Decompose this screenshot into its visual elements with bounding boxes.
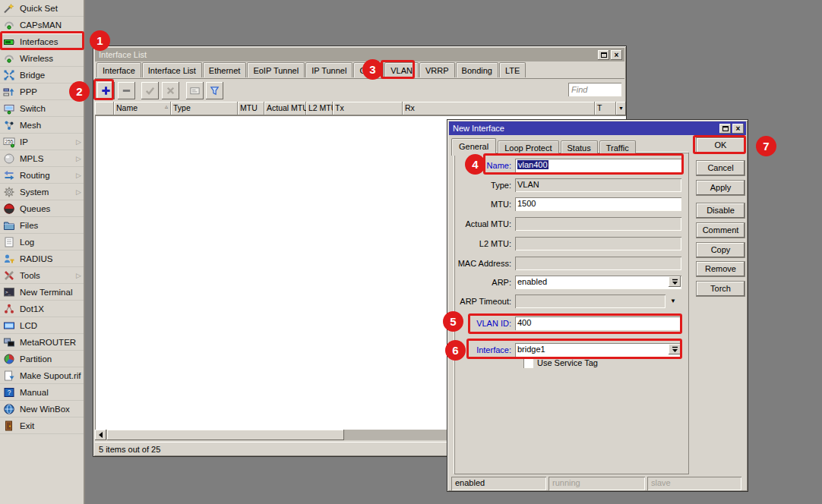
highlight-box-vlan-tab: [381, 60, 415, 79]
tab-interface[interactable]: Interface: [96, 62, 141, 77]
sidebar-item-partition[interactable]: Partition: [0, 351, 84, 367]
tab-lte[interactable]: LTE: [499, 62, 526, 77]
sidebar-item-new-terminal[interactable]: >_New Terminal: [0, 284, 84, 301]
sidebar-item-mesh[interactable]: Mesh: [0, 117, 84, 134]
metarouter-icon: [3, 336, 15, 348]
submenu-arrow-icon: ▷: [76, 172, 81, 179]
column-header-row: Name▵TypeMTUActual MTUL2 MTUTxRxT▼: [95, 102, 626, 115]
use-service-tag-checkbox[interactable]: [523, 358, 533, 368]
sidebar-item-lcd[interactable]: LCD: [0, 317, 84, 334]
tab-interface-list[interactable]: Interface List: [142, 62, 202, 77]
close-icon[interactable]: ×: [732, 124, 744, 134]
field-label-mac-address: MAC Address:: [457, 257, 511, 270]
column-header-actual-mtu[interactable]: Actual MTU: [264, 102, 306, 115]
column-select-icon[interactable]: ▼: [616, 102, 626, 115]
column-header-icon[interactable]: [95, 102, 114, 115]
checkbox-label: Use Service Tag: [537, 358, 598, 367]
dialog-title: New Interface: [453, 124, 504, 133]
sidebar-item-mpls[interactable]: MPLS▷: [0, 150, 84, 167]
tab-ethernet[interactable]: Ethernet: [203, 62, 247, 77]
column-header-rx[interactable]: Rx: [403, 102, 595, 115]
sidebar-item-metarouter[interactable]: MetaROUTER: [0, 334, 84, 351]
step-annotation-3: 3: [362, 59, 383, 80]
field-label-l2-mtu: L2 MTU:: [457, 237, 511, 250]
find-input[interactable]: [568, 83, 621, 96]
sidebar-item-label: Switch: [20, 104, 46, 113]
comment-button[interactable]: Comment: [696, 222, 745, 238]
column-header-l2-mtu[interactable]: L2 MTU: [306, 102, 333, 115]
mesh-icon: [3, 119, 15, 131]
dropdown-arrow-icon[interactable]: ▼: [670, 295, 676, 308]
scroll-left-icon[interactable]: [95, 430, 106, 440]
disable-button[interactable]: [162, 82, 179, 99]
window-title: Interface List: [99, 50, 147, 59]
sidebar-item-wireless[interactable]: Wireless: [0, 50, 84, 67]
sidebar-item-manual[interactable]: ?Manual: [0, 384, 84, 401]
sidebar-item-make-supout-rif[interactable]: Make Supout.rif: [0, 367, 84, 384]
sidebar-item-files[interactable]: Files: [0, 217, 84, 234]
dropdown-icon[interactable]: [669, 276, 681, 287]
l2-mtu-field[interactable]: [515, 237, 681, 250]
sidebar-item-new-winbox[interactable]: New WinBox: [0, 401, 84, 417]
sidebar-item-exit[interactable]: Exit: [0, 417, 84, 434]
close-icon[interactable]: ×: [611, 50, 622, 60]
sidebar-item-switch[interactable]: Switch: [0, 100, 84, 117]
maximize-icon[interactable]: [719, 124, 731, 134]
column-header-t[interactable]: T: [595, 102, 616, 115]
dialog-titlebar[interactable]: New Interface ×: [449, 121, 746, 135]
arp-field[interactable]: enabled: [515, 276, 681, 289]
sidebar-item-system[interactable]: System▷: [0, 184, 84, 200]
highlight-box-interface-field: [466, 339, 682, 359]
mac-address-field[interactable]: [515, 257, 681, 270]
sidebar-item-bridge[interactable]: Bridge: [0, 67, 84, 83]
actual-mtu-field[interactable]: [515, 217, 681, 231]
mtu-field[interactable]: 1500: [515, 197, 681, 211]
enable-button[interactable]: [141, 82, 159, 99]
remove-button[interactable]: Remove: [696, 261, 745, 277]
sidebar-item-queues[interactable]: Queues: [0, 200, 84, 217]
sidebar-item-log[interactable]: Log: [0, 234, 84, 250]
tab-ip-tunnel[interactable]: IP Tunnel: [305, 62, 353, 77]
sidebar-item-label: LCD: [20, 321, 37, 330]
scrollbar-thumb[interactable]: [107, 430, 344, 440]
column-header-mtu[interactable]: MTU: [238, 102, 264, 115]
sidebar-item-radius[interactable]: RADIUS: [0, 250, 84, 267]
log-icon: [3, 236, 15, 248]
wireless-icon: [3, 52, 15, 65]
sidebar-item-label: MPLS: [20, 154, 43, 163]
arp-timeout-field[interactable]: [515, 295, 666, 308]
remove-button[interactable]: [118, 82, 135, 99]
comment-button[interactable]: [186, 82, 204, 99]
maximize-icon[interactable]: [598, 50, 609, 60]
sidebar-item-quick-set[interactable]: Quick Set: [0, 0, 84, 17]
form-row-arp-timeout: ARP Timeout:▼: [457, 295, 684, 308]
field-label-type: Type:: [457, 178, 511, 192]
torch-button[interactable]: Torch: [696, 281, 745, 297]
column-header-tx[interactable]: Tx: [333, 102, 403, 115]
copy-button[interactable]: Copy: [696, 242, 745, 258]
apply-button[interactable]: Apply: [696, 180, 745, 196]
cancel-button[interactable]: Cancel: [696, 160, 745, 176]
field-label-arp-timeout: ARP Timeout:: [457, 295, 511, 308]
filter-button[interactable]: [206, 82, 223, 99]
highlight-box-ok-button: [693, 135, 746, 154]
sidebar-item-label: IP: [20, 137, 28, 146]
sidebar-item-dot1x[interactable]: Dot1X: [0, 301, 84, 317]
sidebar-item-ip[interactable]: 255IP▷: [0, 134, 84, 150]
dialog-status-bar: enabledrunningslave: [447, 477, 748, 490]
disable-button[interactable]: Disable: [696, 203, 745, 219]
column-header-name[interactable]: Name▵: [114, 102, 171, 115]
sidebar-item-label: Log: [20, 238, 34, 247]
sidebar-item-label: New WinBox: [20, 405, 70, 414]
tab-bonding[interactable]: Bonding: [456, 62, 498, 77]
sidebar-item-label: Files: [20, 221, 38, 230]
column-header-type[interactable]: Type: [171, 102, 238, 115]
column-label: Name: [116, 103, 138, 115]
form-row-mac-address: MAC Address:: [457, 257, 684, 270]
tab-eoip-tunnel[interactable]: EoIP Tunnel: [247, 62, 305, 77]
tab-vrrp[interactable]: VRRP: [419, 62, 455, 77]
type-field[interactable]: VLAN: [515, 178, 681, 192]
sidebar-item-routing[interactable]: Routing▷: [0, 167, 84, 184]
interface-list-titlebar[interactable]: Interface List ×: [95, 48, 624, 61]
sidebar-item-tools[interactable]: Tools▷: [0, 267, 84, 284]
